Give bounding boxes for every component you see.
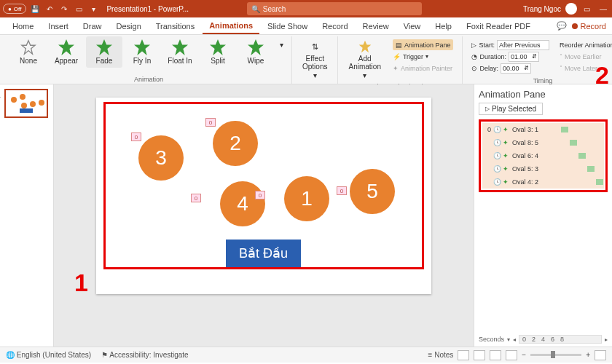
play-selected-button[interactable]: ▷Play Selected	[479, 103, 543, 115]
search-box[interactable]: 🔍 Search	[247, 2, 422, 15]
effect-float-in[interactable]: Float In	[162, 36, 198, 68]
qat-more-icon[interactable]: ▾	[87, 3, 99, 15]
tab-transitions[interactable]: Transitions	[149, 19, 201, 33]
normal-view-icon[interactable]	[458, 350, 469, 360]
user-name[interactable]: Trang Ngoc	[523, 5, 561, 13]
svg-marker-5	[211, 41, 224, 54]
slide-editor[interactable]: 32415 00000 Bắt Đầu 1	[54, 84, 474, 347]
group-label-animation: Animation	[134, 75, 163, 84]
clock-icon: 🕓	[493, 165, 501, 173]
zoom-in-icon[interactable]: +	[586, 351, 590, 359]
redo-icon[interactable]: ↷	[58, 3, 70, 15]
annotation-box-2: 0🕓✦Oval 3: 1🕓✦Oval 8: 5🕓✦Oval 6: 4🕓✦Oval…	[479, 119, 608, 192]
animation-order-tag[interactable]: 0	[255, 191, 265, 199]
record-button[interactable]: Record	[572, 22, 606, 31]
pane-item[interactable]: 🕓✦Oval 5: 3	[482, 162, 604, 175]
tab-draw[interactable]: Draw	[76, 19, 109, 33]
svg-marker-6	[249, 41, 262, 54]
effect-none[interactable]: None	[10, 36, 47, 68]
slideshow-icon[interactable]: ▭	[73, 3, 85, 15]
notes-button[interactable]: ≡ Notes	[428, 351, 454, 359]
minimize-icon[interactable]: —	[597, 3, 609, 15]
effects-gallery-more[interactable]: ▾	[275, 36, 287, 52]
animation-painter-button[interactable]: ✦Animation Painter	[393, 63, 454, 74]
oval-shape-4[interactable]: 4	[220, 181, 265, 226]
trigger-button[interactable]: ⚡Trigger▾	[393, 51, 454, 62]
clock-icon: 🕓	[493, 178, 501, 186]
fit-icon[interactable]	[595, 350, 606, 360]
clock-icon: 🕓	[493, 152, 501, 159]
status-lang[interactable]: 🌐 English (United States)	[6, 351, 91, 359]
avatar[interactable]	[565, 3, 577, 15]
svg-marker-2	[98, 41, 111, 54]
comments-icon[interactable]: 💬	[556, 20, 568, 32]
oval-shape-2[interactable]: 2	[213, 121, 258, 166]
star-icon	[58, 39, 74, 55]
sorter-view-icon[interactable]	[474, 350, 485, 360]
zoom-out-icon[interactable]: −	[522, 351, 526, 359]
undo-icon[interactable]: ↶	[44, 3, 55, 15]
animation-order-tag[interactable]: 0	[191, 194, 201, 202]
ribbon-mode-icon[interactable]: ▭	[581, 3, 593, 15]
ribbon: NoneAppearFadeFly InFloat InSplitWipe▾ A…	[0, 35, 612, 84]
record-dot-icon	[572, 23, 578, 29]
tab-review[interactable]: Review	[356, 19, 396, 33]
add-animation-icon	[358, 39, 372, 54]
save-icon[interactable]: 💾	[29, 3, 41, 15]
title-bar: ●Off 💾 ↶ ↷ ▭ ▾ Presentation1 - PowerP...…	[0, 0, 612, 17]
tab-insert[interactable]: Insert	[42, 19, 75, 33]
pane-item[interactable]: 🕓✦Oval 4: 2	[482, 175, 604, 189]
star-icon	[172, 39, 188, 55]
zoom-slider[interactable]	[530, 354, 581, 356]
svg-marker-0	[22, 41, 35, 54]
effect-fly-in[interactable]: Fly In	[124, 36, 160, 68]
tab-foxit-reader-pdf[interactable]: Foxit Reader PDF	[460, 19, 537, 33]
effect-wipe[interactable]: Wipe	[238, 36, 274, 68]
trigger-icon: ⚡	[393, 53, 401, 60]
pane-item[interactable]: 0🕓✦Oval 3: 1	[482, 123, 604, 136]
tab-slide-show[interactable]: Slide Show	[261, 19, 314, 33]
oval-shape-3[interactable]: 3	[138, 135, 184, 181]
pane-item[interactable]: 🕓✦Oval 8: 5	[482, 136, 604, 149]
effect-fade[interactable]: Fade	[86, 36, 122, 68]
oval-shape-1[interactable]: 1	[284, 176, 329, 221]
start-button-shape[interactable]: Bắt Đầu	[226, 240, 301, 267]
animation-order-tag[interactable]: 0	[337, 186, 347, 195]
star-icon: ✦	[503, 126, 510, 133]
tab-view[interactable]: View	[397, 19, 428, 33]
autosave-toggle[interactable]: ●Off	[3, 4, 26, 14]
thumbnail-1[interactable]: 1	[4, 89, 48, 118]
reading-view-icon[interactable]	[490, 350, 501, 360]
tab-animations[interactable]: Animations	[203, 18, 259, 34]
play-icon: ▷	[471, 41, 476, 49]
delay-input[interactable]: 00.00⇵	[501, 63, 531, 74]
status-accessibility[interactable]: ⚑ Accessibility: Investigate	[101, 351, 189, 359]
effect-appear[interactable]: Appear	[48, 36, 85, 68]
reorder-label: Reorder Animation	[560, 39, 612, 50]
slideshow-view-icon[interactable]	[506, 350, 517, 360]
delay-icon: ⊙	[471, 65, 477, 72]
animation-order-tag[interactable]: 0	[205, 118, 216, 127]
tab-record[interactable]: Record	[315, 19, 354, 33]
pane-timeline: Seconds▾ ◂ 02468 ▸	[479, 335, 608, 344]
start-dropdown[interactable]: After Previous	[497, 40, 549, 50]
oval-shape-5[interactable]: 5	[350, 169, 395, 214]
tab-home[interactable]: Home	[6, 19, 40, 33]
svg-marker-3	[136, 41, 149, 54]
move-earlier-button[interactable]: ˄Move Earlier	[560, 51, 612, 62]
tab-design[interactable]: Design	[110, 19, 148, 33]
svg-marker-4	[173, 41, 187, 54]
duration-icon: ◔	[471, 53, 477, 60]
pane-item[interactable]: 🕓✦Oval 6: 4	[482, 149, 604, 162]
star-icon: ✦	[503, 165, 510, 173]
add-animation-button[interactable]: Add Animation ▾	[342, 36, 386, 82]
slide-canvas[interactable]: 32415 00000 Bắt Đầu	[96, 98, 431, 294]
animation-order-tag[interactable]: 0	[131, 132, 141, 141]
star-icon	[20, 39, 36, 55]
duration-input[interactable]: 01.00⇵	[509, 52, 539, 62]
animation-pane-button[interactable]: ▤Animation Pane	[393, 39, 454, 50]
effect-options-button[interactable]: ⇅ Effect Options ▾	[297, 36, 333, 82]
effect-split[interactable]: Split	[200, 36, 236, 68]
tab-help[interactable]: Help	[428, 19, 458, 33]
star-icon	[96, 39, 112, 55]
